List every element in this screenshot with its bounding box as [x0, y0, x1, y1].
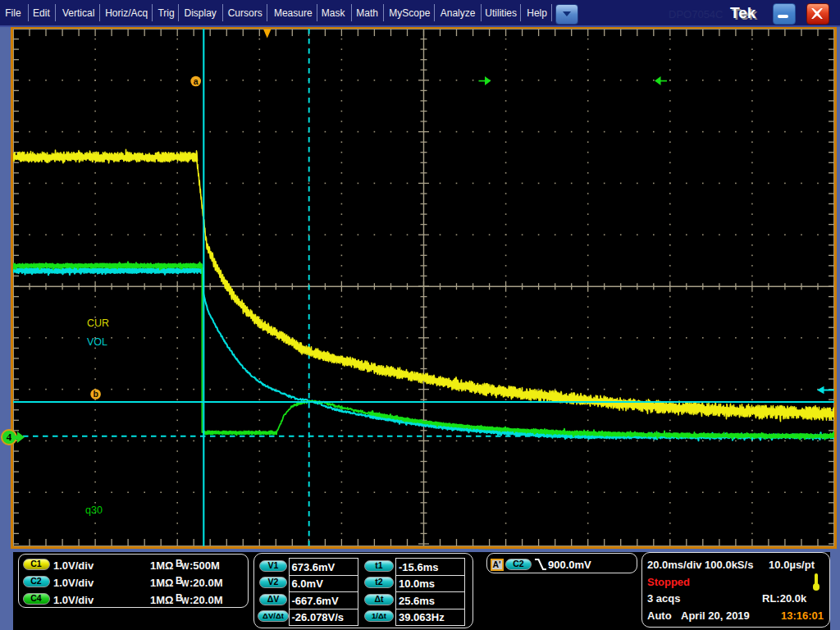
svg-text:q30: q30	[85, 504, 103, 516]
svg-text:VOL: VOL	[87, 336, 107, 348]
svg-text:b: b	[93, 389, 98, 399]
svg-text:CUR: CUR	[87, 317, 109, 329]
svg-text:a: a	[194, 76, 199, 86]
